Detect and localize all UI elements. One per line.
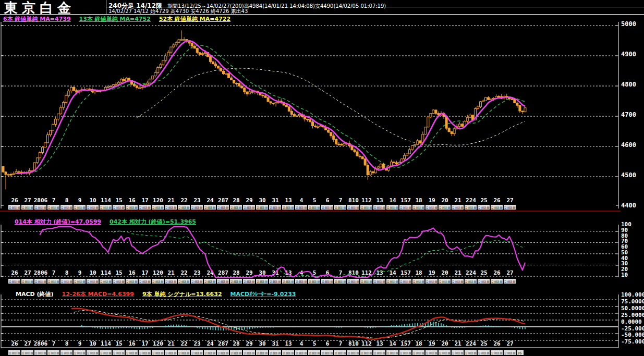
svg-text:157: 157 — [400, 340, 411, 347]
macd-legend: MACD (終値)12-26本 MACD=4.63999本 単純 シグナル=13… — [16, 290, 312, 298]
svg-text:10: 10 — [89, 197, 96, 204]
svg-text:26: 26 — [11, 340, 18, 347]
svg-text:12:0018:00: 12:0018:00 — [100, 351, 111, 355]
svg-text:12:0018:00: 12:0018:00 — [178, 351, 189, 355]
svg-text:12:0018:00: 12:0018:00 — [413, 351, 424, 355]
svg-text:2806: 2806 — [34, 269, 48, 276]
svg-text:12:0018:00: 12:0018:00 — [22, 280, 33, 284]
svg-text:12:0018:00: 12:0018:00 — [270, 206, 281, 210]
svg-text:5: 5 — [313, 340, 317, 347]
svg-text:12:0018:00: 12:0018:00 — [22, 206, 33, 210]
svg-text:-75.0000: -75.0000 — [621, 338, 644, 345]
svg-text:114: 114 — [101, 269, 111, 276]
svg-text:12:0018:00: 12:0018:00 — [191, 351, 202, 355]
svg-text:8: 8 — [65, 197, 69, 204]
svg-text:12:0018:00: 12:0018:00 — [270, 351, 281, 355]
svg-text:26: 26 — [11, 197, 18, 204]
svg-text:12:0018:00: 12:0018:00 — [439, 206, 450, 210]
svg-text:16: 16 — [128, 269, 136, 276]
svg-text:224: 224 — [466, 269, 476, 276]
svg-text:2806: 2806 — [34, 340, 48, 347]
svg-text:12:0018:00: 12:0018:00 — [270, 280, 281, 284]
svg-text:12:0018:00: 12:0018:00 — [257, 206, 268, 210]
svg-text:12:0018:00: 12:0018:00 — [335, 280, 346, 284]
chart-terminal-window: 5000490048004700460045004400100908070605… — [0, 0, 644, 356]
svg-text:112: 112 — [361, 340, 372, 347]
svg-text:15: 15 — [115, 269, 122, 276]
svg-text:12:0018:00: 12:0018:00 — [126, 280, 137, 284]
svg-text:29: 29 — [246, 197, 252, 204]
svg-text:28: 28 — [233, 269, 239, 276]
svg-text:21: 21 — [167, 197, 175, 204]
legend-item: 014本 相対力 (終値)=47.0599 — [15, 218, 101, 226]
svg-text:12:0018:00: 12:0018:00 — [439, 280, 450, 284]
svg-text:12:0018:00: 12:0018:00 — [48, 351, 59, 355]
svg-text:29: 29 — [246, 340, 252, 347]
svg-text:12:0018:00: 12:0018:00 — [387, 206, 398, 210]
legend-item: 12-26本 MACD=4.6399 — [62, 290, 134, 298]
svg-text:12:0018:00: 12:0018:00 — [296, 280, 307, 284]
svg-text:21: 21 — [167, 269, 175, 276]
svg-text:12:0018:00: 12:0018:00 — [400, 206, 411, 210]
svg-text:25: 25 — [480, 197, 487, 204]
svg-text:26: 26 — [493, 340, 501, 347]
svg-text:12:0018:00: 12:0018:00 — [257, 280, 268, 284]
svg-text:15: 15 — [115, 197, 122, 204]
svg-text:810: 810 — [348, 340, 359, 347]
svg-text:5000: 5000 — [621, 20, 636, 28]
svg-text:29: 29 — [246, 269, 252, 276]
svg-text:26: 26 — [11, 269, 18, 276]
svg-text:114: 114 — [101, 197, 111, 204]
svg-text:12:0018:00: 12:0018:00 — [178, 280, 189, 284]
svg-text:21: 21 — [167, 340, 175, 347]
svg-text:7: 7 — [339, 269, 343, 276]
svg-text:7: 7 — [339, 197, 343, 204]
panel-separator — [0, 211, 621, 212]
svg-text:7: 7 — [52, 197, 56, 204]
svg-text:12:0018:00: 12:0018:00 — [113, 280, 124, 284]
svg-text:9: 9 — [78, 340, 82, 347]
svg-text:4: 4 — [300, 340, 303, 347]
svg-text:14: 14 — [389, 197, 396, 204]
chart-canvas[interactable]: 5000490048004700460045004400100908070605… — [0, 0, 644, 356]
svg-text:23: 23 — [193, 340, 200, 347]
header-rule-2 — [0, 14, 644, 15]
svg-text:12:0018:00: 12:0018:00 — [309, 206, 320, 210]
svg-text:26: 26 — [493, 269, 501, 276]
svg-text:12:0018:00: 12:0018:00 — [400, 280, 411, 284]
svg-text:12:0018:00: 12:0018:00 — [322, 206, 333, 210]
legend-item: 042本 相対力 (終値)=51.3965 — [110, 218, 196, 226]
macd-legend-title: MACD (終値) — [16, 290, 54, 298]
svg-text:28: 28 — [233, 197, 239, 204]
svg-text:4400: 4400 — [621, 202, 636, 209]
svg-text:30: 30 — [259, 340, 265, 347]
svg-text:12:0018:00: 12:0018:00 — [9, 280, 20, 284]
svg-text:27: 27 — [24, 340, 31, 347]
svg-text:224: 224 — [466, 197, 476, 204]
svg-text:7: 7 — [52, 269, 56, 276]
svg-text:12:0018:00: 12:0018:00 — [374, 206, 385, 210]
svg-text:12:0018:00: 12:0018:00 — [309, 351, 320, 355]
svg-text:12:0018:00: 12:0018:00 — [178, 206, 189, 210]
svg-text:12:0018:00: 12:0018:00 — [35, 206, 46, 210]
svg-text:2806: 2806 — [34, 197, 48, 204]
svg-text:12:0018:00: 12:0018:00 — [152, 280, 163, 284]
svg-text:13: 13 — [285, 197, 291, 204]
svg-text:12:0018:00: 12:0018:00 — [74, 351, 85, 355]
svg-text:12:0018:00: 12:0018:00 — [139, 280, 150, 284]
svg-text:12:0018:00: 12:0018:00 — [361, 206, 372, 210]
svg-text:100.0000: 100.0000 — [621, 291, 644, 298]
svg-text:7: 7 — [339, 340, 343, 347]
svg-text:4600: 4600 — [621, 141, 636, 149]
svg-text:24: 24 — [206, 340, 214, 347]
svg-text:12:0018:00: 12:0018:00 — [465, 280, 476, 284]
svg-text:15: 15 — [115, 340, 122, 347]
svg-text:12:0018:00: 12:0018:00 — [87, 351, 98, 355]
svg-text:12:0018:00: 12:0018:00 — [113, 206, 124, 210]
svg-text:12:0018:00: 12:0018:00 — [35, 351, 46, 355]
svg-text:12:0018:00: 12:0018:00 — [296, 351, 307, 355]
svg-text:12:0018:00: 12:0018:00 — [374, 280, 385, 284]
svg-text:31: 31 — [272, 340, 279, 347]
svg-text:25.0000: 25.0000 — [621, 312, 644, 318]
svg-text:12:0018:00: 12:0018:00 — [504, 280, 515, 284]
